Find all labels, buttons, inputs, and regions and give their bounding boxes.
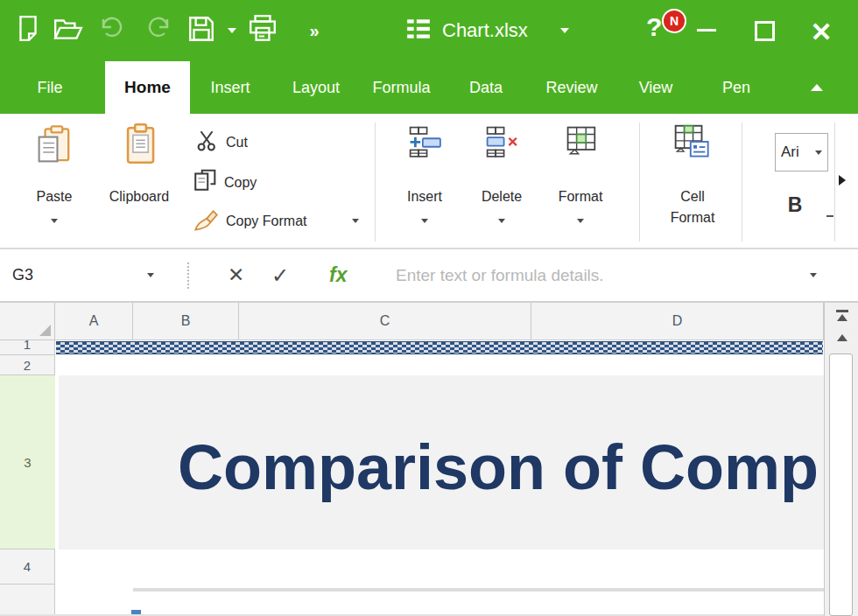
paste-button[interactable]: [35, 124, 74, 172]
copy-label: Copy: [224, 173, 285, 192]
new-file-icon: [15, 15, 41, 46]
paste-label: Paste: [18, 187, 91, 206]
font-name-select[interactable]: Ari: [775, 133, 828, 172]
print-button[interactable]: [247, 14, 278, 47]
vertical-scrollbar[interactable]: [824, 303, 858, 616]
format-button[interactable]: [566, 126, 598, 161]
cut-button[interactable]: [194, 130, 219, 156]
paste-clipboard-icon: [35, 156, 74, 171]
formula-input[interactable]: [394, 256, 800, 295]
cell-format-label-line2: Format: [660, 208, 725, 228]
paste-dropdown-caret[interactable]: [51, 219, 58, 223]
cancel-entry-button[interactable]: ✕: [228, 249, 244, 301]
format-table-icon: [566, 145, 598, 160]
notification-badge: N: [662, 9, 686, 33]
formula-bar-expand-caret[interactable]: [810, 273, 817, 277]
chart-divider-line: [133, 588, 824, 592]
row-header-3-selected[interactable]: 3: [0, 375, 59, 550]
format-brush-icon: [193, 220, 219, 235]
scroll-to-top-icon[interactable]: [836, 310, 848, 322]
cell-format-icon: [674, 147, 711, 162]
print-icon: [247, 14, 278, 47]
cell-format-label-line1: Cell: [660, 187, 725, 206]
save-dropdown-caret[interactable]: [228, 28, 236, 33]
column-header-a[interactable]: A: [55, 303, 133, 340]
group-separator: [639, 122, 640, 242]
insert-cells-button[interactable]: [409, 126, 442, 163]
worksheet-area: A B C D 1 2 3 4 Comparison of Comp: [0, 303, 858, 616]
redo-button[interactable]: [143, 14, 174, 47]
copy-button[interactable]: [193, 168, 217, 196]
save-icon: [186, 14, 216, 47]
delete-cells-button[interactable]: [486, 126, 519, 163]
tab-layout[interactable]: Layout: [284, 61, 348, 114]
patterned-fill-row[interactable]: [56, 341, 823, 354]
column-header-c[interactable]: C: [239, 303, 531, 340]
cell-format-button[interactable]: [674, 124, 711, 163]
minimize-button[interactable]: [697, 29, 716, 32]
undo-button[interactable]: [96, 14, 128, 47]
open-folder-icon: [53, 16, 84, 46]
font-name-caret: [815, 150, 822, 155]
document-tabs-button[interactable]: [403, 14, 434, 47]
group-separator: [742, 122, 742, 242]
row-header-1[interactable]: 1: [0, 340, 55, 355]
tab-insert[interactable]: Insert: [202, 61, 258, 114]
more-options-arrow-icon[interactable]: [839, 175, 846, 186]
tab-formula[interactable]: Formula: [358, 61, 445, 114]
open-file-button[interactable]: [53, 14, 84, 47]
tab-home[interactable]: Home: [105, 61, 190, 114]
insert-function-button[interactable]: fx: [329, 249, 347, 301]
tab-view[interactable]: View: [631, 61, 680, 114]
tab-pen[interactable]: Pen: [719, 61, 754, 114]
ribbon: Paste Clipboard Cut Copy Copy Format: [0, 114, 858, 249]
copy-format-button[interactable]: [193, 208, 219, 236]
column-header-b[interactable]: B: [133, 303, 239, 340]
drag-handle: [187, 262, 189, 289]
clipboard-button[interactable]: [121, 122, 159, 172]
group-separator: [375, 122, 376, 242]
delete-cells-icon: [486, 147, 519, 162]
bold-button[interactable]: B: [782, 191, 808, 219]
insert-cells-icon: [409, 147, 442, 162]
close-button[interactable]: ✕: [805, 16, 837, 47]
name-box[interactable]: G3: [12, 249, 33, 301]
scissors-icon: [194, 140, 219, 155]
quick-access-more-button[interactable]: »: [298, 14, 329, 47]
tab-review[interactable]: Review: [537, 61, 607, 114]
select-all-corner[interactable]: [0, 303, 55, 340]
save-button[interactable]: [186, 14, 217, 47]
cell-grid[interactable]: Comparison of Comp: [55, 340, 824, 616]
column-header-d[interactable]: D: [531, 303, 824, 340]
collapse-ribbon-icon[interactable]: [811, 84, 823, 91]
maximize-button[interactable]: [755, 21, 775, 41]
new-file-button[interactable]: [12, 14, 44, 47]
row-header-2[interactable]: 2: [0, 355, 55, 375]
delete-dropdown-caret[interactable]: [498, 219, 505, 223]
select-all-triangle-icon: [39, 325, 51, 336]
cut-label: Cut: [226, 133, 278, 152]
insert-label: Insert: [394, 187, 455, 206]
confirm-entry-button[interactable]: ✓: [271, 249, 289, 301]
chart-object[interactable]: Comparison of Comp: [59, 375, 824, 550]
chart-title-text: Comparison of Comp: [59, 423, 819, 503]
delete-label: Delete: [471, 187, 532, 206]
copy-icon: [193, 180, 217, 195]
format-dropdown-caret[interactable]: [577, 219, 584, 223]
row-header-5[interactable]: [0, 584, 55, 616]
document-title-caret[interactable]: [560, 28, 569, 33]
chevrons-more-icon: »: [309, 21, 317, 41]
scroll-up-icon[interactable]: [837, 334, 847, 341]
titlebar: » Chart.xlsx ? N ✕: [0, 0, 858, 61]
redo-icon: [144, 16, 173, 46]
group-separator: [834, 122, 835, 242]
help-button[interactable]: ?: [646, 12, 662, 42]
scrollbar-thumb[interactable]: [829, 354, 853, 616]
name-box-caret[interactable]: [147, 273, 154, 277]
undo-icon: [97, 16, 127, 46]
tab-data[interactable]: Data: [463, 61, 509, 114]
copy-format-dropdown-caret[interactable]: [352, 219, 359, 223]
row-header-4[interactable]: 4: [0, 550, 55, 584]
tab-file[interactable]: File: [25, 61, 75, 114]
insert-dropdown-caret[interactable]: [421, 219, 428, 223]
